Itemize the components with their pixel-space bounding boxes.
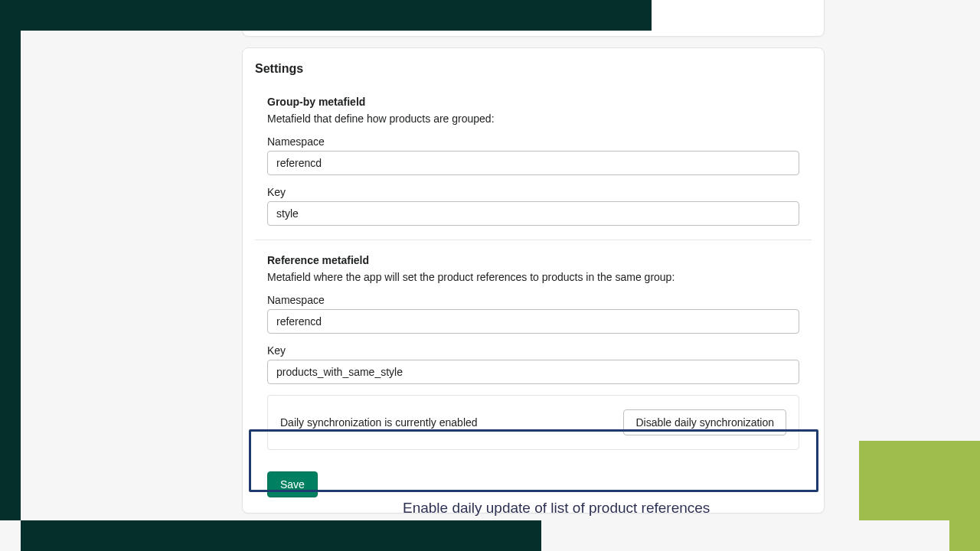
reference-section: Reference metafield Metafield where the … xyxy=(255,240,812,464)
decorative-banner-bottom xyxy=(21,520,541,551)
group-by-title: Group-by metafield xyxy=(267,96,799,108)
key-label: Key xyxy=(267,344,799,357)
namespace-label: Namespace xyxy=(267,135,799,148)
key-label: Key xyxy=(267,186,799,198)
reference-namespace-input[interactable] xyxy=(267,309,799,334)
main-content: Synchronization Start synchronization Se… xyxy=(242,0,825,514)
reference-description: Metafield where the app will set the pro… xyxy=(267,271,799,283)
settings-title: Settings xyxy=(255,62,812,76)
reference-key-input[interactable] xyxy=(267,360,799,384)
annotation-caption: Enable daily update of list of product r… xyxy=(403,500,710,517)
disable-daily-sync-button[interactable]: Disable daily synchronization xyxy=(623,409,786,435)
group-by-namespace-input[interactable] xyxy=(267,151,799,175)
settings-card: Settings Group-by metafield Metafield th… xyxy=(242,47,825,514)
group-by-section: Group-by metafield Metafield that define… xyxy=(255,96,812,240)
save-row: Save xyxy=(255,471,812,497)
daily-sync-panel: Daily synchronization is currently enabl… xyxy=(267,395,799,450)
save-button[interactable]: Save xyxy=(267,471,318,497)
reference-key-field: Key xyxy=(267,344,799,384)
decorative-banner-left xyxy=(0,0,21,520)
group-by-namespace-field: Namespace xyxy=(267,135,799,175)
group-by-description: Metafield that define how products are g… xyxy=(267,112,799,125)
daily-sync-status: Daily synchronization is currently enabl… xyxy=(280,416,478,429)
decorative-green-shape xyxy=(949,441,980,551)
group-by-key-input[interactable] xyxy=(267,201,799,226)
group-by-key-field: Key xyxy=(267,186,799,226)
namespace-label: Namespace xyxy=(267,294,799,306)
reference-namespace-field: Namespace xyxy=(267,294,799,334)
reference-title: Reference metafield xyxy=(267,254,799,266)
decorative-banner-top xyxy=(0,0,652,31)
